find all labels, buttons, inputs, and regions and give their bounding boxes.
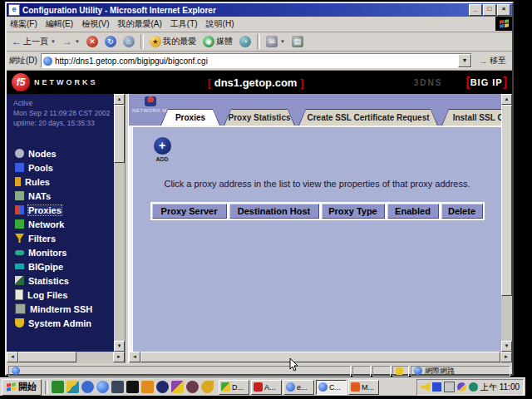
- menu-edit[interactable]: 編輯(E): [46, 18, 73, 30]
- sidebar-item-mindterm-ssh[interactable]: Mindterm SSH: [7, 302, 125, 316]
- scroll-left-icon[interactable]: ◄: [129, 352, 140, 362]
- sidebar-item-bigpipe[interactable]: BIGpipe: [7, 259, 125, 273]
- title-bar[interactable]: e Configuration Utility - Microsoft Inte…: [7, 3, 512, 17]
- menu-help[interactable]: 說明(H): [206, 18, 234, 30]
- tray-app-icon-2[interactable]: [469, 382, 478, 392]
- display-settings-icon[interactable]: [444, 382, 455, 392]
- minimize-button[interactable]: _: [469, 4, 482, 16]
- task-button-4-active[interactable]: C...: [316, 380, 347, 395]
- menu-tools[interactable]: 工具(T): [170, 18, 198, 30]
- column-enabled[interactable]: Enabled: [387, 204, 439, 219]
- task-button-3[interactable]: e...: [283, 380, 314, 395]
- column-proxy-type[interactable]: Proxy Type: [322, 204, 385, 219]
- sidebar-item-pools[interactable]: Pools: [7, 160, 125, 175]
- tab-proxies[interactable]: Proxies: [160, 109, 220, 126]
- tab-proxy-statistics[interactable]: Proxy Statistics: [224, 109, 295, 126]
- column-destination-host[interactable]: Destination Host: [229, 204, 319, 219]
- task-button-1[interactable]: D...: [219, 380, 249, 395]
- scroll-left-icon[interactable]: ◄: [7, 352, 18, 362]
- address-input[interactable]: http://dns1.getop.com/bigipgui/bigconf.c…: [41, 53, 472, 68]
- back-dropdown-icon[interactable]: ▼: [51, 39, 56, 44]
- tab-create-ssl-certificate-request[interactable]: Create SSL Certificate Request: [298, 109, 438, 126]
- scroll-down-icon[interactable]: ▼: [501, 341, 512, 352]
- f5-header: f5 NETWORKS [ dns1.getop.com ] 3DNS [ BI…: [7, 71, 512, 94]
- url-text[interactable]: http://dns1.getop.com/bigipgui/bigconf.c…: [55, 57, 458, 66]
- sidebar-item-nodes[interactable]: Nodes: [7, 146, 125, 160]
- scrollbar-thumb[interactable]: [140, 352, 500, 362]
- clock[interactable]: 上午 11:00: [480, 382, 520, 393]
- back-button[interactable]: ← 上一頁 ▼: [8, 35, 59, 48]
- sidebar-scrollbar[interactable]: ▲ ▼: [114, 94, 125, 352]
- sidebar-item-network[interactable]: Network: [7, 217, 125, 231]
- network-map-icon: [145, 96, 156, 106]
- scroll-right-icon[interactable]: ►: [500, 352, 512, 362]
- mail-dropdown-icon[interactable]: ▼: [280, 39, 285, 44]
- quicklaunch-icon-3[interactable]: [81, 381, 94, 393]
- sidebar-hscrollbar[interactable]: ◄ ►: [7, 352, 125, 363]
- task-button-5[interactable]: M...: [348, 380, 379, 395]
- refresh-button[interactable]: ↻: [101, 35, 120, 48]
- scroll-down-icon[interactable]: ▼: [114, 341, 125, 352]
- print-button[interactable]: ▤: [288, 35, 307, 48]
- go-button[interactable]: → 移至: [475, 54, 510, 67]
- statistics-icon: [15, 276, 24, 285]
- favorites-button[interactable]: ★ 我的最愛: [146, 35, 200, 48]
- menu-view[interactable]: 檢視(V): [81, 18, 109, 30]
- scroll-up-icon[interactable]: ▲: [501, 94, 512, 105]
- status-bar: 網際網路: [7, 363, 512, 377]
- threedns-label: 3DNS: [414, 78, 443, 87]
- quicklaunch-icon-10[interactable]: [186, 381, 199, 393]
- mail-button[interactable]: ✉ ▼: [263, 35, 288, 48]
- bigpipe-icon: [15, 264, 24, 269]
- ie-quicklaunch-icon[interactable]: [96, 381, 109, 393]
- quicklaunch-icon-8[interactable]: [156, 381, 169, 393]
- quicklaunch-icon-11[interactable]: [201, 381, 214, 393]
- sidebar-item-filters[interactable]: Filters: [7, 231, 125, 245]
- stop-button[interactable]: ✕: [83, 35, 101, 48]
- sidebar-item-log-files[interactable]: Log Files: [7, 288, 125, 302]
- status-datetime: Mon Sep 2 11:09:28 CST 2002: [13, 108, 125, 118]
- close-button[interactable]: ×: [497, 4, 510, 16]
- quicklaunch-icon-6[interactable]: [126, 381, 139, 393]
- task-button-2[interactable]: A...: [251, 380, 282, 395]
- sidebar-item-system-admin[interactable]: System Admin: [7, 316, 125, 330]
- main-frame: NETWORK MAP Proxies Proxy Statistics Cre…: [129, 94, 512, 352]
- home-button[interactable]: ⌂: [120, 35, 138, 48]
- scrollbar-thumb[interactable]: [114, 105, 125, 163]
- quicklaunch-icon-2[interactable]: [66, 381, 79, 393]
- menu-file[interactable]: 檔案(F): [10, 18, 37, 30]
- quicklaunch-icon-1[interactable]: [52, 381, 64, 393]
- sidebar-item-monitors[interactable]: Monitors: [7, 245, 125, 259]
- column-delete[interactable]: Delete: [441, 204, 483, 219]
- sidebar-item-nats[interactable]: NATs: [7, 189, 125, 203]
- forward-dropdown-icon[interactable]: ▼: [75, 39, 80, 44]
- address-dropdown-button[interactable]: ▼: [458, 54, 471, 67]
- scroll-up-icon[interactable]: ▲: [114, 94, 125, 105]
- add-icon[interactable]: +: [154, 137, 171, 155]
- tray-app-icon-1[interactable]: [457, 382, 466, 392]
- scroll-right-icon[interactable]: ►: [113, 352, 125, 362]
- quicklaunch-icon-5[interactable]: [111, 381, 124, 393]
- quicklaunch-icon-9[interactable]: [171, 381, 184, 393]
- main-hscrollbar[interactable]: ◄ ►: [129, 352, 512, 363]
- add-proxy-button[interactable]: + ADD: [150, 137, 175, 162]
- media-button[interactable]: ◉ 媒體: [200, 35, 236, 48]
- maximize-button[interactable]: □: [483, 4, 496, 16]
- window-title: Configuration Utility - Microsoft Intern…: [22, 6, 468, 15]
- sidebar-item-statistics[interactable]: Statistics: [7, 273, 125, 288]
- scrollbar-thumb[interactable]: [18, 352, 76, 362]
- menu-favorites[interactable]: 我的最愛(A): [117, 18, 161, 30]
- forward-button[interactable]: → ▼: [59, 35, 83, 48]
- start-button[interactable]: 開始: [2, 379, 42, 396]
- history-button[interactable]: ◔: [236, 35, 254, 48]
- mindterm-ssh-icon: [15, 303, 26, 314]
- sidebar-item-rules[interactable]: Rules: [7, 175, 125, 189]
- standard-toolbar: ← 上一頁 ▼ → ▼ ✕ ↻ ⌂ ★ 我的最愛 ◉ 媒體 ◔: [7, 32, 512, 52]
- column-proxy-server[interactable]: Proxy Server: [152, 204, 227, 219]
- volume-icon[interactable]: [421, 382, 430, 392]
- quicklaunch-icon-7[interactable]: [141, 381, 154, 393]
- main-scrollbar[interactable]: ▲ ▼: [501, 94, 512, 352]
- sidebar-item-proxies[interactable]: Proxies: [7, 203, 125, 217]
- scrollbar-thumb[interactable]: [501, 105, 512, 296]
- network-status-icon[interactable]: [432, 382, 441, 392]
